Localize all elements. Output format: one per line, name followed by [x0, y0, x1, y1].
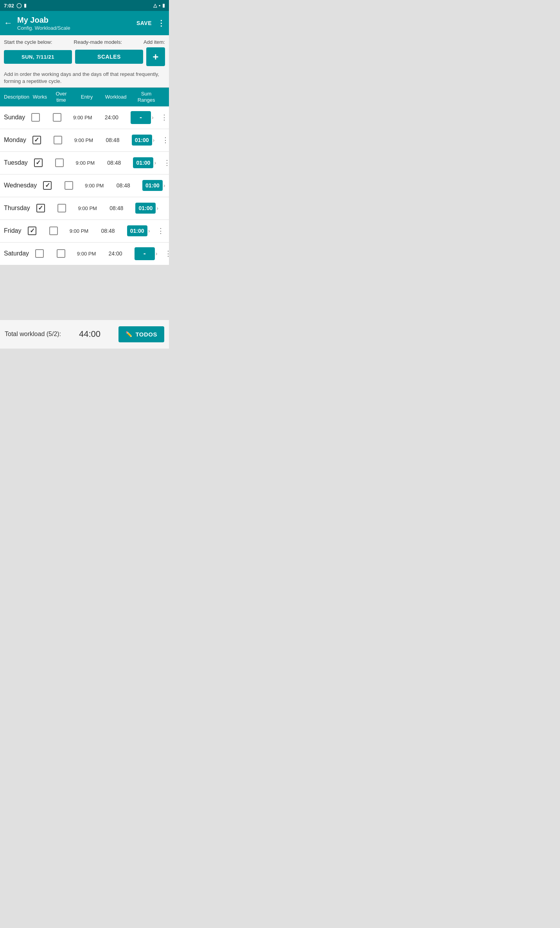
works-checkbox[interactable]	[31, 113, 40, 122]
cell-overtime	[58, 181, 79, 190]
table-body: Sunday9:00 PM24:00-›⋮Monday✓9:00 PM08:48…	[0, 106, 169, 265]
cell-works	[26, 113, 45, 122]
pencil-icon: ✏️	[126, 331, 133, 337]
cell-workload: 08:48	[99, 137, 127, 143]
more-options-icon[interactable]: ⋮	[161, 135, 169, 145]
sum-ranges-button[interactable]: -	[131, 111, 151, 124]
scales-button[interactable]: SCALES	[75, 50, 143, 64]
toolbar: ← My Joab Config. Workload/Scale SAVE ⋮	[0, 11, 169, 35]
cell-description: Wednesday	[2, 182, 37, 189]
cell-entry: 9:00 PM	[68, 115, 97, 120]
cell-works: ✓	[31, 204, 50, 212]
works-checkbox[interactable]: ✓	[28, 227, 36, 235]
cell-workload: 08:48	[109, 182, 137, 189]
overtime-checkbox[interactable]	[57, 204, 66, 212]
cell-more: ⋮	[160, 136, 169, 144]
sum-ranges-button[interactable]: 01:00	[133, 157, 153, 168]
table-row: Tuesday✓9:00 PM08:4801:00›⋮	[0, 152, 169, 174]
more-options-icon[interactable]: ⋮	[163, 158, 169, 167]
more-options-icon[interactable]: ⋮	[164, 249, 169, 258]
cell-overtime	[46, 113, 68, 122]
spacer	[0, 265, 169, 312]
circle-icon: ◯	[16, 3, 22, 8]
works-checkbox[interactable]	[35, 249, 44, 258]
cell-more: ⋮	[162, 249, 169, 258]
th-workload: Workload	[102, 94, 130, 100]
more-options-button[interactable]: ⋮	[157, 18, 165, 28]
total-label: Total workload (5/2):	[5, 331, 61, 338]
works-checkbox[interactable]: ✓	[32, 136, 41, 144]
cell-sum-ranges: 01:00›	[127, 135, 159, 146]
cell-workload: 08:48	[100, 160, 128, 166]
th-overtime: Overtime	[50, 91, 72, 103]
cell-works	[30, 249, 49, 258]
cell-overtime	[51, 204, 73, 212]
th-description: Description	[2, 94, 29, 100]
more-options-icon[interactable]: ⋮	[165, 203, 169, 213]
cell-overtime	[50, 249, 72, 258]
overtime-checkbox[interactable]	[49, 227, 58, 235]
sim-icon: ▮	[24, 3, 27, 8]
cell-overtime	[49, 158, 70, 167]
wifi-icon: △	[153, 3, 157, 8]
sum-ranges-button[interactable]: 01:00	[127, 225, 147, 236]
cell-entry: 9:00 PM	[80, 183, 108, 189]
back-button[interactable]: ←	[4, 18, 13, 28]
cell-more: ⋮	[163, 204, 169, 212]
overtime-checkbox[interactable]	[53, 113, 61, 122]
works-checkbox[interactable]: ✓	[36, 204, 45, 212]
total-value: 44:00	[79, 329, 101, 339]
cell-description: Tuesday	[2, 159, 28, 166]
sum-ranges-button[interactable]: 01:00	[135, 203, 156, 214]
cell-entry: 9:00 PM	[70, 137, 98, 143]
cell-overtime	[47, 136, 69, 144]
more-options-icon[interactable]: ⋮	[160, 113, 169, 122]
bottom-bar: Total workload (5/2): 44:00 ✏️ TODOS	[0, 320, 169, 349]
controls-buttons: SUN, 7/11/21 SCALES +	[4, 47, 165, 66]
sum-ranges-button[interactable]: 01:00	[132, 135, 152, 146]
cell-works: ✓	[29, 158, 48, 167]
chevron-right-icon: ›	[152, 114, 154, 120]
todos-button[interactable]: ✏️ TODOS	[118, 326, 164, 342]
chevron-right-icon: ›	[148, 228, 150, 234]
table-row: Sunday9:00 PM24:00-›⋮	[0, 106, 169, 129]
chevron-right-icon: ›	[153, 137, 155, 143]
date-button[interactable]: SUN, 7/11/21	[4, 50, 72, 64]
more-options-icon[interactable]: ⋮	[156, 226, 165, 236]
overtime-checkbox[interactable]	[55, 158, 64, 167]
cell-works: ✓	[38, 181, 57, 190]
cell-description: Sunday	[2, 114, 25, 121]
cell-sum-ranges: 01:00›	[129, 157, 160, 168]
cell-more: ⋮	[161, 158, 169, 167]
works-checkbox[interactable]: ✓	[34, 158, 43, 167]
save-button[interactable]: SAVE	[136, 20, 152, 26]
overtime-checkbox[interactable]	[57, 249, 65, 258]
signal-icon: ▪	[159, 3, 160, 8]
sum-ranges-button[interactable]: -	[135, 247, 155, 260]
add-item-button[interactable]: +	[146, 47, 165, 66]
cell-entry: 9:00 PM	[71, 160, 99, 166]
cell-works: ✓	[27, 136, 47, 144]
add-label: Add item:	[144, 39, 165, 45]
sum-ranges-button[interactable]: 01:00	[142, 180, 163, 191]
chevron-right-icon: ›	[163, 182, 165, 189]
cell-overtime	[43, 227, 64, 235]
todos-label: TODOS	[135, 331, 157, 338]
overtime-checkbox[interactable]	[65, 181, 73, 190]
table-row: Saturday9:00 PM24:00-›⋮	[0, 243, 169, 265]
chevron-right-icon: ›	[156, 250, 158, 257]
cell-entry: 9:00 PM	[74, 205, 102, 211]
cell-workload: 08:48	[94, 228, 122, 234]
cell-works: ✓	[22, 227, 42, 235]
cell-entry: 9:00 PM	[65, 228, 93, 234]
app-title: My Joab	[17, 15, 136, 25]
cell-description: Thursday	[2, 205, 30, 212]
cycle-label: Start the cycle below:	[4, 39, 52, 45]
app-subtitle: Config. Workload/Scale	[17, 25, 136, 31]
controls-row: Start the cycle below: Ready-made models…	[0, 35, 169, 69]
table-row: Wednesday✓9:00 PM08:4801:00›⋮	[0, 174, 169, 197]
cell-sum-ranges: 01:00›	[138, 180, 169, 191]
chevron-right-icon: ›	[154, 160, 156, 166]
works-checkbox[interactable]: ✓	[43, 181, 52, 190]
overtime-checkbox[interactable]	[54, 136, 62, 144]
